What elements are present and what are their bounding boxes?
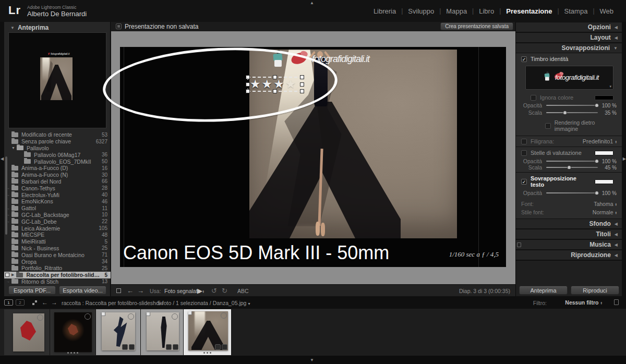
font-style-dropdown[interactable]: Normale▴▾ [593,209,617,215]
scala-value[interactable]: 35 % [598,110,617,116]
timbro-identita-checkbox[interactable]: ✓ [521,56,527,62]
identity-plate-selector[interactable]: fotografidigitali.it ▾ [525,66,613,90]
timbro-color-swatch[interactable] [595,95,613,100]
collection-row[interactable]: Oropa34 [4,258,111,265]
stelle-opacita-slider[interactable] [546,161,598,162]
collection-row[interactable]: Anima-a-Fuoco (D)16 [4,165,111,172]
collection-checkbox[interactable] [5,273,9,277]
collection-row[interactable]: →Ritorno di Stich13 [4,278,111,285]
collection-row[interactable]: Nick - Business25 [4,245,111,252]
collection-row[interactable]: ▼Pallavolo [4,145,111,152]
preview-expander-icon[interactable]: ▼ [10,26,15,30]
filmstrip-thumbnail-3[interactable] [96,309,141,355]
collection-row[interactable]: Senza parole chiave6327 [4,138,111,145]
layout-guide-right[interactable] [478,47,479,267]
collection-row[interactable]: ▶Raccolta per fotolibro-slidesh...5 [4,272,111,278]
filigrana-checkbox[interactable] [521,139,527,144]
section-sfondo[interactable]: Sfondo◀ [516,219,622,229]
collection-row[interactable]: →Canon-Tethys28 [4,185,111,191]
collection-count: 16 [102,165,107,171]
ignora-colore-checkbox[interactable] [531,95,536,101]
collection-row[interactable]: MECSPE48 [4,232,111,238]
stelle-checkbox[interactable] [521,150,527,156]
collection-row[interactable]: Modificato di recente53 [4,131,111,138]
collection-row[interactable]: →GC-Lab_Backstage10 [4,212,111,219]
collapse-right-panel-arrow[interactable]: ▶ [623,156,626,161]
collection-row[interactable]: Pallavolo_EOS_7DMkII50 [4,158,111,165]
rendering-dietro-checkbox[interactable] [545,123,551,129]
stelle-scala-slider[interactable] [546,167,598,168]
identity-plate-dropdown-icon[interactable]: ▾ [609,84,611,89]
section-layout[interactable]: Layout◀ [516,32,622,43]
slide-text-overlay-caption[interactable]: Canon EOS 5D Mark III - 50mm [123,242,389,264]
section-riproduzione[interactable]: Riproduzione◀ [516,250,622,260]
testo-color-swatch[interactable] [595,179,613,184]
module-tab-libro[interactable]: Libro [474,7,499,15]
stelle-scala-value[interactable]: 45 % [598,165,617,171]
collection-row[interactable]: →Electrolux-YuMi40 [4,191,111,198]
rotate-right-icon[interactable]: ↻ [222,287,227,295]
module-tab-sviluppo[interactable]: Sviluppo [403,7,439,15]
collection-count: 5 [104,272,107,278]
collection-row[interactable]: Leica Akademie105 [4,225,111,232]
opacita-value[interactable]: 100 % [598,103,617,108]
play-slideshow-button[interactable]: Riproduci [571,286,619,295]
next-slide-icon[interactable]: → [137,287,144,295]
collection-row[interactable]: Barbari del Nord66 [4,178,111,185]
filter-dropdown[interactable]: Nessun filtro▴▾ [565,299,602,306]
module-tab-libreria[interactable]: Libreria [368,7,401,15]
collection-row[interactable]: Oasi Burano e Montalcino71 [4,251,111,258]
scala-slider[interactable] [546,112,598,113]
slide-exif-text[interactable]: 1/160 sec a ƒ / 4,5 [449,250,499,259]
collection-row[interactable]: Portfolio_Ritratto25 [4,265,111,272]
grid-view-icon[interactable] [32,300,37,305]
filmstrip-thumbnail-4[interactable] [141,309,184,355]
filmstrip-thumbnail-5-active[interactable] [184,309,232,355]
section-opzioni[interactable]: Opzioni◀ [516,22,622,32]
hide-filmstrip-arrow[interactable]: ▼ [310,358,314,362]
stelle-color-swatch[interactable] [595,151,613,155]
preview-slideshow-button[interactable]: Anteprima [519,286,568,295]
module-tab-mappa[interactable]: Mappa [441,7,472,15]
play-icon[interactable]: ▶ [197,287,202,295]
go-forward-icon[interactable]: → [51,299,57,306]
hide-top-panel-arrow[interactable]: ▲ [310,1,314,5]
export-video-button[interactable]: Esporta video... [59,286,106,295]
abc-text-tool[interactable]: ABC [237,288,249,294]
opacita-slider[interactable] [546,105,598,106]
main-window-button[interactable]: 1 [4,299,13,306]
go-back-icon[interactable]: ← [42,299,48,306]
collection-row[interactable]: MieiRiratti5 [4,238,111,245]
module-tab-stampa[interactable]: Stampa [559,7,593,15]
collection-row[interactable]: →Gattol11 [4,205,111,212]
expander-icon[interactable]: ▼ [11,146,17,150]
font-dropdown[interactable]: Tahoma▴▾ [594,201,617,207]
testo-opacita-slider[interactable] [546,192,598,193]
collection-row[interactable]: Anima-a-Fuoco (N)30 [4,172,111,178]
second-window-button[interactable]: 2 [16,299,25,306]
section-sovrapposizioni[interactable]: Sovrapposizioni▼ [516,43,622,53]
preview-panel-header[interactable]: ▼ Anteprima [4,22,110,33]
collection-row[interactable]: Pallavolo 06Mag1736 [4,151,111,158]
filigrana-dropdown[interactable]: Predefinito1▴▾ [583,138,617,144]
filmstrip-thumbnail-2[interactable] [50,309,96,355]
stelle-opacita-value[interactable]: 100 % [598,159,617,164]
create-saved-slideshow-button[interactable]: Crea presentazione salvata [440,22,513,30]
collection-row[interactable]: →GC-Lab_Debe22 [4,218,111,225]
previous-slide-icon[interactable]: ← [127,287,134,295]
filmstrip-thumbnail-1[interactable] [4,309,50,355]
module-tab-presentazione[interactable]: Presentazione [501,7,557,15]
filmstrip-source-breadcrumb[interactable]: raccolta : Raccolta per fotolibro-slides… [62,300,163,306]
testo-checkbox[interactable]: ✓ [521,179,527,185]
testo-opacita-value[interactable]: 100 % [598,190,617,196]
export-pdf-button[interactable]: Esporta PDF... [8,286,56,295]
module-tab-web[interactable]: Web [595,7,619,15]
filter-lock-icon[interactable] [614,299,619,305]
collection-row[interactable]: EmoNicKons46 [4,198,111,205]
section-titoli[interactable]: Titoli◀ [516,229,622,239]
collapse-left-panel-arrow[interactable]: ◀ [1,156,4,161]
section-musica[interactable]: Musica◀ [516,239,622,250]
stop-icon[interactable] [116,288,121,293]
rotate-left-icon[interactable]: ↺ [211,287,217,295]
filmstrip-selection-info[interactable]: 5 foto / 1 selezionata / Danza_05.jpg ▾ [158,300,250,306]
